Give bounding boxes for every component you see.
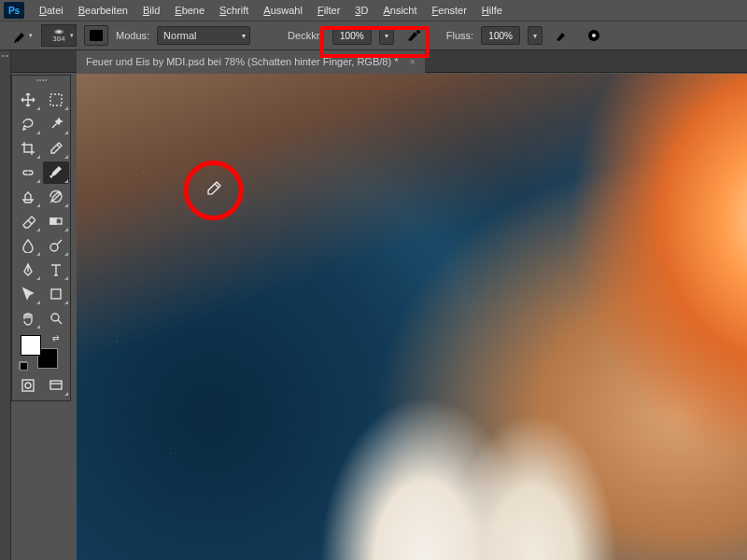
brush-tool[interactable] <box>43 161 69 184</box>
clone-stamp-tool[interactable] <box>15 186 41 208</box>
menu-schrift[interactable]: Schrift <box>212 2 256 19</box>
brush-panel-toggle-button[interactable] <box>84 25 108 46</box>
lasso-tool[interactable] <box>15 113 41 135</box>
close-icon[interactable]: × <box>403 56 415 67</box>
quick-mask-button[interactable] <box>15 374 41 397</box>
tools-panel: ⇄ <box>11 75 71 401</box>
blur-tool[interactable] <box>15 234 41 257</box>
eyedropper-cursor-icon <box>206 181 221 199</box>
left-dock-gutter <box>0 51 11 560</box>
svg-rect-11 <box>22 380 34 391</box>
svg-point-1 <box>416 30 420 34</box>
options-bar: ▾ 384 ▾ Modus: Normal ▾ Deckkr.: 100% ▾ … <box>0 21 747 50</box>
gradient-tool[interactable] <box>43 210 69 232</box>
type-tool[interactable] <box>43 259 69 281</box>
app-logo-icon: Ps <box>4 2 24 19</box>
airbrush-button[interactable] <box>550 25 574 46</box>
menu-filter[interactable]: Filter <box>310 2 347 19</box>
opacity-dropdown-button[interactable]: ▾ <box>379 26 394 45</box>
panel-grip-icon[interactable] <box>15 79 67 87</box>
brush-size-label: 384 <box>52 35 64 43</box>
flow-dropdown-button[interactable]: ▾ <box>528 26 543 45</box>
canvas-image <box>77 74 747 560</box>
dodge-tool[interactable] <box>43 234 69 257</box>
menu-ebene[interactable]: Ebene <box>167 2 212 19</box>
crop-tool[interactable] <box>15 137 41 160</box>
svg-point-10 <box>51 314 59 321</box>
svg-point-12 <box>25 383 31 388</box>
tablet-pressure-size-button[interactable] <box>582 25 606 46</box>
svg-rect-7 <box>50 218 56 224</box>
history-brush-tool[interactable] <box>43 186 69 208</box>
canvas-viewport[interactable] <box>77 74 747 560</box>
pen-tool[interactable] <box>15 259 41 281</box>
tool-preset-icon[interactable]: ▾ <box>11 26 34 45</box>
svg-rect-13 <box>50 381 62 389</box>
svg-rect-0 <box>90 30 103 41</box>
blend-mode-select[interactable]: Normal ▾ <box>157 26 250 45</box>
eraser-tool[interactable] <box>15 210 41 232</box>
document-tab-bar: Feuer und Eis by MDI.psd bei 78% (Schatt… <box>0 50 747 73</box>
flow-label: Fluss: <box>446 30 473 41</box>
hand-tool[interactable] <box>15 307 41 329</box>
document-tab[interactable]: Feuer und Eis by MDI.psd bei 78% (Schatt… <box>77 50 425 73</box>
eyedropper-tool[interactable] <box>43 137 69 160</box>
tablet-pressure-opacity-button[interactable] <box>402 25 426 46</box>
marquee-tool[interactable] <box>43 89 69 111</box>
zoom-tool[interactable] <box>43 307 69 329</box>
foreground-color-swatch[interactable] <box>21 335 41 356</box>
menu-datei[interactable]: Datei <box>32 2 71 19</box>
magic-wand-tool[interactable] <box>43 113 69 135</box>
menu-auswahl[interactable]: Auswahl <box>256 2 310 19</box>
menu-fenster[interactable]: Fenster <box>425 2 474 19</box>
flow-input[interactable]: 100% <box>481 26 520 45</box>
opacity-input[interactable]: 100% <box>332 26 372 45</box>
default-colors-icon[interactable] <box>19 361 28 371</box>
screen-mode-button[interactable] <box>43 374 69 397</box>
color-swatches[interactable]: ⇄ <box>21 335 58 369</box>
svg-point-3 <box>592 34 596 37</box>
blend-mode-label: Modus: <box>116 30 149 41</box>
menu-bearbeiten[interactable]: Bearbeiten <box>71 2 135 19</box>
document-tab-title: Feuer und Eis by MDI.psd bei 78% (Schatt… <box>86 56 398 67</box>
swap-colors-icon[interactable]: ⇄ <box>52 333 60 343</box>
menu-ansicht[interactable]: Ansicht <box>375 2 424 19</box>
move-tool[interactable] <box>15 89 41 111</box>
healing-brush-tool[interactable] <box>15 161 41 184</box>
svg-rect-9 <box>51 289 61 299</box>
menu-bar: Ps DateiBearbeitenBildEbeneSchriftAuswah… <box>0 0 747 21</box>
opacity-label: Deckkr.: <box>288 30 325 41</box>
shape-tool[interactable] <box>43 283 69 305</box>
brush-preset-picker[interactable]: 384 ▾ <box>41 24 77 47</box>
path-selection-tool[interactable] <box>15 283 41 305</box>
menu-3d[interactable]: 3D <box>347 2 375 19</box>
svg-rect-4 <box>50 94 62 105</box>
svg-point-8 <box>50 244 58 251</box>
menu-bild[interactable]: Bild <box>135 2 167 19</box>
menu-hilfe[interactable]: Hilfe <box>474 2 510 19</box>
